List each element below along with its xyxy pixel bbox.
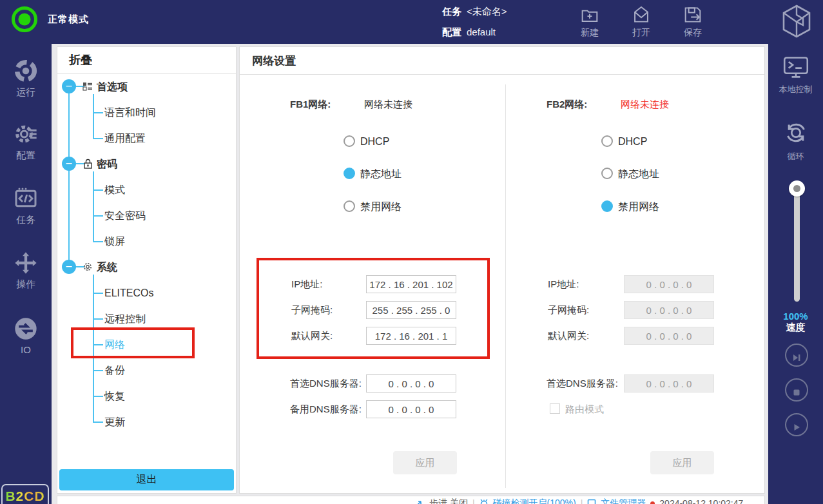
fb2-mask-input[interactable] <box>624 301 714 319</box>
fb2-network-status: 网络未连接 <box>621 99 669 111</box>
status-timestamp: 2024-08-12 10:02:47 <box>659 498 743 504</box>
tree-item-backup[interactable]: 备份 <box>104 364 125 378</box>
speed-percent: 100% <box>768 311 823 322</box>
fb2-ip-input[interactable] <box>624 275 714 293</box>
open-task-label: 打开 <box>619 27 664 39</box>
sidebar-item-run[interactable]: 运行 <box>0 58 52 99</box>
local-control-label: 本地控制 <box>768 84 823 95</box>
exit-button[interactable]: 退出 <box>59 469 234 490</box>
status-alert-dot-icon <box>650 501 655 504</box>
network-settings-panel: 网络设置 <box>239 46 765 494</box>
save-task-label: 保存 <box>670 27 715 39</box>
stop-button[interactable] <box>785 378 808 402</box>
collapse-node-preferences[interactable]: – <box>62 79 76 93</box>
loop-label: 循环 <box>768 151 823 162</box>
tree-item-remote-control[interactable]: 远程控制 <box>104 313 146 326</box>
fb2-radio-disable-label[interactable]: 禁用网络 <box>618 200 659 214</box>
fb1-radio-disable[interactable] <box>344 200 355 212</box>
tree-group-preferences[interactable]: 首选项 <box>97 81 128 94</box>
fb1-radio-dhcp-label[interactable]: DHCP <box>360 136 389 148</box>
status-file-manager[interactable]: 文件管理器 <box>601 498 646 504</box>
new-task-label: 新建 <box>567 27 612 39</box>
save-task-button[interactable]: 保存 <box>670 4 715 39</box>
right-sidebar: 本地控制 循环 100% 速度 <box>768 44 823 504</box>
fb1-mask-input[interactable] <box>366 301 456 319</box>
system-gear-icon <box>82 262 93 272</box>
fb1-gateway-input[interactable] <box>366 327 456 345</box>
fb1-radio-static-label[interactable]: 静态地址 <box>360 168 402 181</box>
fb2-radio-static[interactable] <box>601 168 613 179</box>
tree-item-recovery[interactable]: 恢复 <box>104 390 125 403</box>
route-mode-label: 路由模式 <box>565 403 604 416</box>
status-bar: 步进 关闭 | 碰撞检测开启(100%) | 文件管理器 2024-08-12 … <box>57 496 765 504</box>
fb1-network-status: 网络未连接 <box>364 99 412 111</box>
stop-icon <box>791 387 802 398</box>
task-value: <未命名> <box>467 6 507 18</box>
fb2-radio-disable[interactable] <box>601 200 613 212</box>
fb1-dns2-input[interactable] <box>366 400 456 418</box>
fb1-radio-disable-label[interactable]: 禁用网络 <box>360 200 402 214</box>
fb2-radio-dhcp[interactable] <box>601 135 613 147</box>
sidebar-item-operate[interactable]: 操作 <box>0 250 52 291</box>
sidebar-item-run-label: 运行 <box>0 86 52 99</box>
fb2-radio-static-label[interactable]: 静态地址 <box>618 168 659 181</box>
fb1-dns1-input[interactable] <box>366 374 456 393</box>
tree-item-network[interactable]: 网络 <box>104 338 125 352</box>
play-icon <box>791 422 802 433</box>
lock-icon <box>83 159 93 169</box>
status-collision[interactable]: 碰撞检测开启(100%) <box>493 498 576 504</box>
collapse-node-system[interactable]: – <box>62 260 76 274</box>
column-divider <box>505 84 506 488</box>
sidebar-item-io[interactable]: IO <box>0 316 52 355</box>
new-task-button[interactable]: 新建 <box>567 4 612 39</box>
tree-group-system[interactable]: 系统 <box>97 261 117 275</box>
tree-item-elitecos[interactable]: ELITECOs <box>104 287 153 299</box>
route-mode-checkbox[interactable] <box>550 403 560 414</box>
local-control-button[interactable]: 本地控制 <box>768 55 823 95</box>
fb2-dns1-input[interactable] <box>624 374 714 393</box>
config-value: default <box>467 26 496 37</box>
tree-item-mode[interactable]: 模式 <box>104 184 125 197</box>
collapse-node-password[interactable]: – <box>62 157 76 171</box>
step-icon <box>416 499 425 504</box>
tree-group-password[interactable]: 密码 <box>97 158 117 171</box>
fb1-radio-dhcp[interactable] <box>344 135 355 147</box>
mode-indicator-icon <box>12 6 37 32</box>
fb1-ip-label: IP地址: <box>291 278 322 291</box>
top-bar: 正常模式 任务 <未命名> 配置 default 新建 打开 保存 <box>0 0 823 44</box>
fb2-radio-dhcp-label[interactable]: DHCP <box>618 136 647 148</box>
tree-item-lock-screen[interactable]: 锁屏 <box>104 235 125 249</box>
status-step[interactable]: 步进 关闭 <box>429 498 468 504</box>
play-button[interactable] <box>785 413 808 436</box>
tree-item-safety-password[interactable]: 安全密码 <box>104 209 146 223</box>
fb2-apply-button[interactable]: 应用 <box>650 451 714 474</box>
save-icon <box>682 4 704 26</box>
open-icon <box>630 4 652 26</box>
brand-logo-icon <box>780 3 813 39</box>
tree-item-general-config[interactable]: 通用配置 <box>104 132 146 146</box>
fb1-ip-input[interactable] <box>366 275 456 293</box>
code-window-icon <box>13 186 39 211</box>
sidebar-item-task-label: 任务 <box>0 214 52 226</box>
corner-badge: B2CD <box>1 484 49 504</box>
loop-button[interactable]: 循环 <box>768 120 823 162</box>
config-label: 配置 <box>442 26 461 39</box>
sidebar-item-config-label: 配置 <box>0 150 52 162</box>
fb1-apply-button[interactable]: 应用 <box>393 451 457 474</box>
open-task-button[interactable]: 打开 <box>619 4 664 39</box>
sidebar-item-config[interactable]: 配置 <box>0 121 52 162</box>
file-manager-icon <box>587 499 596 504</box>
fb1-dns1-label: 首选DNS服务器: <box>290 378 362 390</box>
gear-icon <box>13 121 39 147</box>
step-forward-button[interactable] <box>785 344 808 367</box>
fb2-gateway-label: 默认网关: <box>548 330 589 342</box>
sidebar-item-task[interactable]: 任务 <box>0 186 52 226</box>
terminal-icon <box>782 55 809 79</box>
fb1-radio-static[interactable] <box>344 168 355 179</box>
speed-slider-knob[interactable] <box>789 180 805 197</box>
tree-item-language-time[interactable]: 语言和时间 <box>104 106 156 120</box>
fb2-mask-label: 子网掩码: <box>548 304 589 316</box>
speed-slider-track[interactable] <box>794 188 800 302</box>
tree-item-update[interactable]: 更新 <box>104 416 125 429</box>
fb2-gateway-input[interactable] <box>624 327 714 345</box>
